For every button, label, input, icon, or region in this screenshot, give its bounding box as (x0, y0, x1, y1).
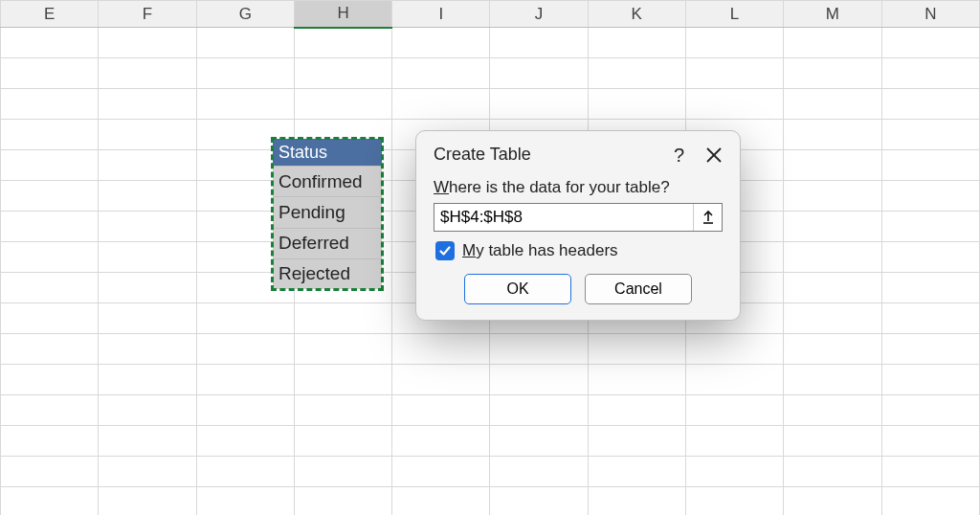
cell[interactable] (685, 426, 783, 457)
cell[interactable] (490, 426, 588, 457)
cell[interactable] (1, 181, 99, 212)
cell[interactable] (196, 334, 294, 365)
cell[interactable] (881, 303, 979, 334)
cell[interactable] (881, 181, 979, 212)
cell[interactable] (294, 28, 391, 58)
cell[interactable] (784, 58, 881, 89)
cell[interactable] (99, 334, 196, 365)
cell[interactable] (392, 58, 490, 89)
cell[interactable] (490, 395, 588, 426)
cell[interactable] (1, 150, 99, 181)
col-header[interactable]: M (784, 1, 881, 28)
cell[interactable] (392, 28, 490, 58)
cell[interactable] (784, 273, 881, 303)
cell[interactable] (490, 89, 588, 120)
cell[interactable] (99, 242, 196, 273)
cell[interactable] (99, 212, 196, 242)
cell[interactable] (1, 334, 99, 365)
cell[interactable] (1, 303, 99, 334)
headers-checkbox[interactable] (435, 241, 455, 260)
cell[interactable] (294, 365, 391, 395)
cell[interactable] (784, 89, 881, 120)
cell[interactable] (1, 426, 99, 457)
cell[interactable] (1, 365, 99, 395)
cell[interactable] (1, 120, 99, 150)
cell[interactable] (588, 89, 685, 120)
cell[interactable] (490, 365, 588, 395)
cell[interactable] (685, 58, 783, 89)
cell[interactable] (294, 395, 391, 426)
cell[interactable] (99, 28, 196, 58)
cell[interactable] (784, 28, 881, 58)
cell[interactable] (196, 303, 294, 334)
cell[interactable] (881, 365, 979, 395)
cell[interactable] (784, 487, 881, 516)
cell[interactable] (490, 487, 588, 516)
cell[interactable] (392, 334, 490, 365)
col-header[interactable]: I (392, 1, 490, 28)
col-header[interactable]: F (99, 1, 196, 28)
cell[interactable] (490, 28, 588, 58)
cell[interactable] (294, 303, 391, 334)
cell[interactable] (784, 242, 881, 273)
cell[interactable] (881, 28, 979, 58)
cell[interactable] (685, 487, 783, 516)
cell[interactable] (881, 212, 979, 242)
cell[interactable] (294, 334, 391, 365)
cell[interactable] (881, 89, 979, 120)
cell[interactable] (1, 212, 99, 242)
cell[interactable] (196, 457, 294, 487)
cell[interactable] (784, 334, 881, 365)
selection-cell[interactable]: Confirmed (273, 166, 382, 196)
selected-range-cells[interactable]: Status Confirmed Pending Deferred Reject… (273, 139, 382, 289)
collapse-dialog-button[interactable] (693, 204, 722, 231)
cell[interactable] (490, 58, 588, 89)
cell[interactable] (99, 426, 196, 457)
cell[interactable] (881, 120, 979, 150)
cell[interactable] (490, 457, 588, 487)
cell[interactable] (99, 487, 196, 516)
cell[interactable] (1, 58, 99, 89)
cell[interactable] (685, 365, 783, 395)
cell[interactable] (1, 487, 99, 516)
cell[interactable] (196, 365, 294, 395)
cell[interactable] (784, 150, 881, 181)
cell[interactable] (1, 395, 99, 426)
cell[interactable] (588, 487, 685, 516)
cell[interactable] (784, 365, 881, 395)
cell[interactable] (588, 457, 685, 487)
cell[interactable] (881, 150, 979, 181)
cell[interactable] (588, 395, 685, 426)
cell[interactable] (196, 426, 294, 457)
close-button[interactable] (705, 146, 723, 164)
col-header[interactable]: E (1, 1, 99, 28)
cell[interactable] (392, 365, 490, 395)
cell[interactable] (588, 365, 685, 395)
cell[interactable] (294, 487, 391, 516)
cell[interactable] (99, 457, 196, 487)
col-header[interactable]: K (588, 1, 685, 28)
cell[interactable] (784, 303, 881, 334)
range-input[interactable] (434, 204, 693, 231)
cell[interactable] (784, 120, 881, 150)
cell[interactable] (99, 181, 196, 212)
cell[interactable] (392, 457, 490, 487)
selection-header-cell[interactable]: Status (273, 139, 382, 166)
cell[interactable] (881, 58, 979, 89)
cell[interactable] (881, 334, 979, 365)
cell[interactable] (99, 150, 196, 181)
cell[interactable] (1, 457, 99, 487)
cell[interactable] (685, 334, 783, 365)
cell[interactable] (784, 181, 881, 212)
cell[interactable] (588, 426, 685, 457)
cell[interactable] (588, 334, 685, 365)
col-header-active[interactable]: H (294, 1, 391, 28)
cell[interactable] (881, 273, 979, 303)
cell[interactable] (294, 426, 391, 457)
cell[interactable] (490, 334, 588, 365)
cell[interactable] (392, 395, 490, 426)
col-header[interactable]: L (685, 1, 783, 28)
cell[interactable] (784, 212, 881, 242)
cell[interactable] (1, 273, 99, 303)
cell[interactable] (392, 89, 490, 120)
